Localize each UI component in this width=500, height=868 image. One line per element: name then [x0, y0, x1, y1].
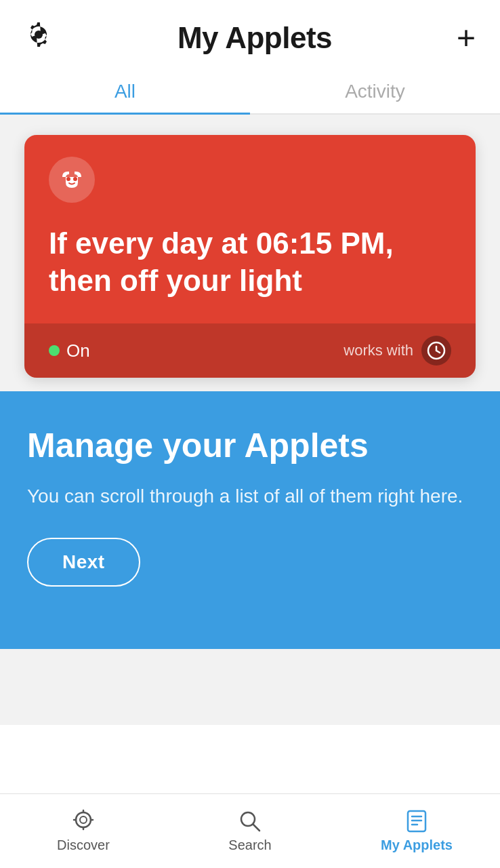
status-dot [49, 345, 60, 356]
applet-card-wrapper: If every day at 06:15 PM, then off your … [0, 115, 500, 391]
my-applets-label: My Applets [381, 837, 453, 853]
applet-status: On [49, 340, 90, 361]
tab-all[interactable]: All [0, 68, 250, 113]
works-with: works with [343, 336, 451, 366]
nav-item-search[interactable]: Search [167, 809, 333, 853]
page-title: My Applets [178, 21, 332, 55]
svg-line-5 [436, 351, 440, 353]
tab-activity[interactable]: Activity [250, 68, 500, 113]
svg-point-2 [73, 177, 77, 181]
svg-point-6 [76, 812, 91, 827]
tabs-container: All Activity [0, 68, 500, 115]
main-content: If every day at 06:15 PM, then off your … [0, 115, 500, 725]
ifttt-logo-icon [57, 165, 87, 195]
clock-icon [421, 336, 451, 366]
works-with-label: works with [343, 342, 413, 359]
my-applets-icon [404, 809, 429, 833]
nav-item-discover[interactable]: Discover [0, 809, 167, 853]
nav-item-my-applets[interactable]: My Applets [333, 809, 500, 853]
discover-icon [71, 809, 96, 833]
applet-card-footer: On works with [24, 323, 476, 378]
onboarding-description: You can scroll through a list of all of … [27, 482, 473, 511]
onboarding-banner: Manage your Applets You can scroll throu… [0, 391, 500, 649]
next-button[interactable]: Next [27, 538, 140, 587]
svg-point-1 [66, 177, 70, 181]
svg-point-12 [241, 812, 255, 826]
onboarding-title: Manage your Applets [27, 425, 473, 466]
bottom-nav: Discover Search My Applets [0, 793, 500, 868]
svg-point-7 [80, 816, 87, 823]
header: My Applets + [0, 0, 500, 68]
status-label: On [66, 340, 90, 361]
svg-line-13 [253, 825, 259, 831]
gear-icon[interactable] [24, 20, 53, 55]
applet-card[interactable]: If every day at 06:15 PM, then off your … [24, 135, 476, 378]
search-label: Search [228, 837, 271, 853]
discover-label: Discover [57, 837, 110, 853]
add-applet-button[interactable]: + [457, 22, 476, 54]
applet-title: If every day at 06:15 PM, then off your … [49, 224, 451, 299]
applet-card-body: If every day at 06:15 PM, then off your … [24, 135, 476, 323]
applet-logo [49, 157, 95, 203]
search-icon [238, 809, 262, 833]
